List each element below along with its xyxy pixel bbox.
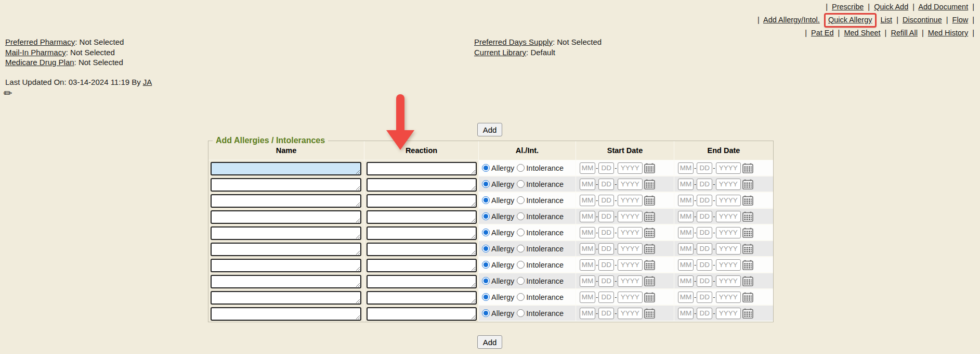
end-day-input[interactable]: [697, 227, 712, 238]
intolerance-radio[interactable]: [517, 245, 525, 252]
reaction-input[interactable]: [367, 210, 477, 224]
edit-pencil-icon[interactable]: ✏: [4, 87, 12, 99]
reaction-input[interactable]: [367, 307, 477, 321]
end-day-input[interactable]: [697, 292, 712, 303]
start-month-input[interactable]: [580, 292, 595, 303]
end-year-input[interactable]: [716, 259, 741, 271]
start-year-input[interactable]: [618, 259, 643, 271]
name-input[interactable]: [211, 210, 361, 224]
end-year-input[interactable]: [716, 211, 741, 222]
allergy-radio[interactable]: [482, 245, 490, 252]
nav-link-flow[interactable]: Flow: [952, 16, 969, 24]
reaction-input[interactable]: [367, 275, 477, 288]
calendar-icon[interactable]: [644, 163, 655, 173]
nav-link-refill-all[interactable]: Refill All: [891, 29, 918, 37]
start-day-input[interactable]: [598, 308, 614, 319]
end-month-input[interactable]: [678, 179, 694, 190]
start-month-input[interactable]: [580, 259, 595, 271]
start-year-input[interactable]: [618, 211, 643, 222]
reaction-input[interactable]: [367, 291, 477, 305]
preferred-pharmacy-link[interactable]: Preferred Pharmacy: [5, 37, 75, 46]
reaction-input[interactable]: [367, 259, 477, 272]
start-month-input[interactable]: [580, 211, 595, 222]
allergy-radio[interactable]: [482, 229, 490, 236]
end-year-input[interactable]: [716, 179, 741, 190]
start-year-input[interactable]: [618, 308, 643, 319]
nav-link-quick-allergy[interactable]: Quick Allergy: [828, 16, 872, 24]
allergy-radio[interactable]: [482, 164, 490, 172]
end-month-input[interactable]: [678, 243, 694, 255]
start-day-input[interactable]: [598, 259, 614, 271]
calendar-icon[interactable]: [644, 179, 655, 189]
start-year-input[interactable]: [618, 195, 643, 206]
allergy-radio[interactable]: [482, 277, 490, 285]
end-year-input[interactable]: [716, 227, 741, 238]
nav-link-add-allergy-intol[interactable]: Add Allergy/Intol.: [763, 16, 820, 24]
nav-link-prescribe[interactable]: Prescribe: [832, 3, 864, 11]
end-month-input[interactable]: [678, 275, 694, 287]
reaction-input[interactable]: [367, 226, 477, 240]
end-day-input[interactable]: [697, 243, 712, 255]
end-month-input[interactable]: [678, 292, 694, 303]
end-day-input[interactable]: [697, 259, 712, 271]
name-input[interactable]: [211, 259, 361, 272]
calendar-icon[interactable]: [742, 179, 753, 189]
allergy-radio[interactable]: [482, 196, 490, 204]
intolerance-radio[interactable]: [517, 164, 525, 172]
allergy-radio[interactable]: [482, 309, 490, 317]
nav-link-add-document[interactable]: Add Document: [918, 3, 968, 11]
intolerance-radio[interactable]: [517, 293, 525, 301]
name-input[interactable]: [211, 162, 361, 175]
start-month-input[interactable]: [580, 179, 595, 190]
end-year-input[interactable]: [716, 195, 741, 206]
end-year-input[interactable]: [716, 162, 741, 174]
start-month-input[interactable]: [580, 195, 595, 206]
add-button-bottom[interactable]: Add: [477, 335, 502, 349]
start-day-input[interactable]: [598, 243, 614, 255]
nav-link-list[interactable]: List: [881, 16, 893, 24]
nav-link-discontinue[interactable]: Discontinue: [903, 16, 942, 24]
nav-link-med-history[interactable]: Med History: [928, 29, 968, 37]
end-month-input[interactable]: [678, 195, 694, 206]
start-year-input[interactable]: [618, 162, 643, 174]
end-year-input[interactable]: [716, 275, 741, 287]
end-day-input[interactable]: [697, 179, 712, 190]
end-year-input[interactable]: [716, 308, 741, 319]
start-year-input[interactable]: [618, 292, 643, 303]
intolerance-radio[interactable]: [517, 180, 525, 188]
intolerance-radio[interactable]: [517, 196, 525, 204]
start-day-input[interactable]: [598, 227, 614, 238]
reaction-input[interactable]: [367, 194, 477, 208]
end-month-input[interactable]: [678, 308, 694, 319]
medicare-drug-plan-link[interactable]: Medicare Drug Plan: [5, 58, 74, 67]
intolerance-radio[interactable]: [517, 309, 525, 317]
nav-link-med-sheet[interactable]: Med Sheet: [844, 29, 880, 37]
nav-link-pat-ed[interactable]: Pat Ed: [811, 29, 834, 37]
calendar-icon[interactable]: [742, 211, 753, 222]
allergy-radio[interactable]: [482, 212, 490, 220]
allergy-radio[interactable]: [482, 180, 490, 188]
start-month-input[interactable]: [580, 243, 595, 255]
end-year-input[interactable]: [716, 292, 741, 303]
start-day-input[interactable]: [598, 211, 614, 222]
end-year-input[interactable]: [716, 243, 741, 255]
start-day-input[interactable]: [598, 275, 614, 287]
name-input[interactable]: [211, 307, 361, 321]
start-month-input[interactable]: [580, 227, 595, 238]
calendar-icon[interactable]: [644, 292, 655, 302]
end-month-input[interactable]: [678, 162, 694, 174]
end-month-input[interactable]: [678, 259, 694, 271]
end-month-input[interactable]: [678, 227, 694, 238]
calendar-icon[interactable]: [644, 276, 655, 286]
name-input[interactable]: [211, 291, 361, 305]
start-month-input[interactable]: [580, 308, 595, 319]
start-year-input[interactable]: [618, 243, 643, 255]
calendar-icon[interactable]: [644, 308, 655, 319]
add-button-top[interactable]: Add: [477, 123, 502, 136]
calendar-icon[interactable]: [644, 211, 655, 222]
preferred-days-supply-link[interactable]: Preferred Days Supply: [474, 37, 553, 46]
last-updated-user-link[interactable]: JA: [143, 78, 152, 86]
name-input[interactable]: [211, 226, 361, 240]
calendar-icon[interactable]: [742, 195, 753, 206]
reaction-input[interactable]: [367, 162, 477, 175]
